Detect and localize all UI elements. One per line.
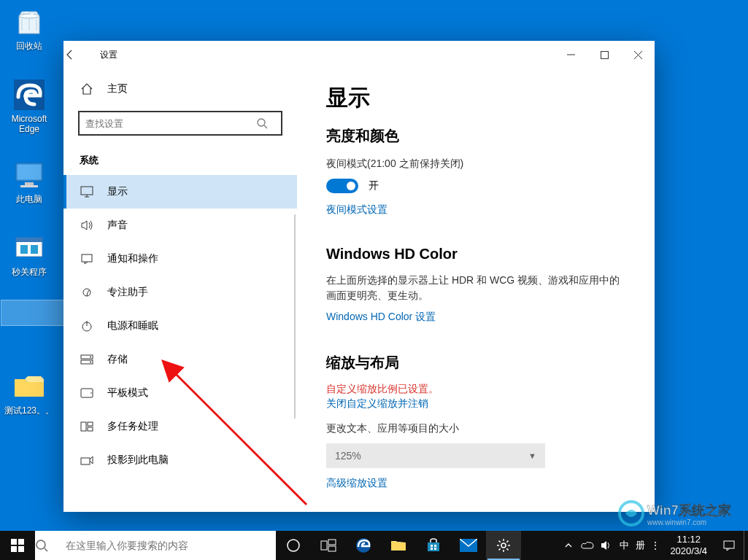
- start-button[interactable]: [0, 531, 35, 560]
- tray-volume-icon[interactable]: [597, 531, 616, 560]
- taskbar-search-input[interactable]: [63, 540, 276, 551]
- svg-rect-54: [431, 545, 433, 547]
- night-mode-label: 夜间模式(21:00 之前保持关闭): [326, 156, 625, 171]
- minimize-button[interactable]: [554, 41, 587, 69]
- scale-value: 125%: [335, 450, 361, 462]
- tb-explorer[interactable]: [381, 531, 416, 560]
- home-icon: [80, 82, 94, 96]
- nav-sound[interactable]: 声音: [63, 209, 297, 242]
- clock-time: 11:12: [670, 534, 707, 545]
- watermark: Win7系统之家 www.winwin7.com: [618, 499, 742, 528]
- nav-power-label: 电源和睡眠: [107, 319, 158, 332]
- focus-icon: [80, 285, 94, 300]
- desktop-icon-recycle[interactable]: 回收站: [1, 4, 57, 51]
- desktop-icon-thispc[interactable]: 此电脑: [1, 158, 57, 204]
- maximize-button[interactable]: [587, 41, 621, 69]
- folder-label: 测试123。。: [3, 405, 55, 416]
- taskbar-search[interactable]: [35, 531, 276, 560]
- page-title: 显示: [326, 83, 625, 113]
- desktop-icon-app1[interactable]: 秒关程序: [1, 230, 57, 277]
- night-mode-link[interactable]: 夜间模式设置: [326, 203, 625, 217]
- svg-rect-16: [601, 51, 608, 58]
- nav-home-label: 主页: [107, 82, 128, 96]
- svg-rect-34: [81, 422, 86, 431]
- svg-rect-7: [16, 238, 42, 242]
- back-button[interactable]: [63, 48, 97, 61]
- section-hdcolor: Windows HD Color: [326, 246, 625, 262]
- tb-store[interactable]: [416, 531, 451, 560]
- nav-notify-label: 通知和操作: [107, 252, 158, 265]
- nav-notify[interactable]: 通知和操作: [63, 242, 297, 276]
- titlebar: 设置: [63, 41, 655, 69]
- svg-rect-42: [11, 539, 17, 545]
- edge-label: Microsoft Edge: [10, 114, 49, 135]
- svg-rect-55: [434, 545, 436, 547]
- scale-warning: 自定义缩放比例已设置。: [326, 383, 625, 396]
- storage-icon: [80, 352, 94, 367]
- search-icon: [256, 117, 281, 129]
- hdcolor-link[interactable]: Windows HD Color 设置: [326, 311, 625, 324]
- tray-ime1[interactable]: 中: [616, 531, 632, 560]
- nav-power[interactable]: 电源和睡眠: [63, 309, 297, 343]
- tb-mail[interactable]: [451, 531, 486, 560]
- close-button[interactable]: [621, 41, 655, 69]
- scale-label: 更改文本、应用等项目的大小: [326, 421, 625, 436]
- scale-advanced-link[interactable]: 高级缩放设置: [326, 477, 625, 490]
- tray-ime2[interactable]: 册: [632, 531, 648, 560]
- svg-rect-51: [328, 546, 336, 551]
- taskview-button[interactable]: [311, 531, 346, 560]
- scale-signout-link[interactable]: 关闭自定义缩放并注销: [326, 397, 625, 411]
- scale-dropdown[interactable]: 125% ▼: [326, 443, 545, 468]
- svg-rect-3: [18, 165, 41, 179]
- nav-multitask[interactable]: 多任务处理: [63, 410, 297, 443]
- hdcolor-desc: 在上面所选择的显示器上让 HDR 和 WCG 视频、游戏和应用中的画面更明亮、更…: [326, 273, 625, 303]
- tray-onedrive-icon[interactable]: [578, 531, 597, 560]
- svg-line-20: [264, 125, 267, 128]
- tablet-icon: [80, 386, 94, 400]
- svg-point-30: [90, 357, 91, 358]
- tb-edge[interactable]: [346, 531, 381, 560]
- content-area: 显示 亮度和颜色 夜间模式(21:00 之前保持关闭) 开 夜间模式设置 Win…: [297, 69, 655, 512]
- svg-point-48: [288, 540, 299, 551]
- svg-rect-9: [31, 245, 38, 254]
- nav-focus[interactable]: 专注助手: [63, 276, 297, 309]
- show-desktop-button[interactable]: [744, 531, 748, 560]
- chevron-down-icon: ▼: [528, 451, 536, 460]
- search-box[interactable]: [78, 111, 282, 136]
- cortana-button[interactable]: [276, 531, 311, 560]
- desktop-icon-edge[interactable]: Microsoft Edge: [1, 77, 57, 135]
- svg-rect-36: [88, 427, 93, 431]
- svg-rect-21: [81, 187, 93, 195]
- tray-clock[interactable]: 11:12 2020/3/4: [663, 531, 714, 560]
- svg-rect-37: [81, 458, 90, 464]
- svg-rect-50: [328, 540, 336, 545]
- nav-tablet-label: 平板模式: [107, 386, 148, 400]
- display-icon: [80, 184, 94, 199]
- tb-settings[interactable]: [486, 531, 521, 560]
- svg-rect-45: [18, 546, 24, 552]
- svg-rect-8: [20, 245, 28, 254]
- power-icon: [80, 319, 94, 333]
- night-mode-toggle[interactable]: [326, 179, 358, 193]
- nav-project[interactable]: 投影到此电脑: [63, 443, 297, 477]
- svg-rect-53: [428, 542, 439, 551]
- search-icon: [35, 539, 63, 552]
- recycle-label: 回收站: [15, 41, 44, 51]
- svg-rect-49: [321, 541, 327, 550]
- nav-home[interactable]: 主页: [63, 73, 297, 105]
- tray-notifications-icon[interactable]: [714, 531, 744, 560]
- nav-display[interactable]: 显示: [63, 175, 297, 209]
- svg-point-19: [258, 119, 265, 126]
- tray-ime-sep[interactable]: ⋮: [648, 531, 663, 560]
- search-input[interactable]: [80, 118, 256, 129]
- desktop-icon-folder[interactable]: 测试123。。: [1, 369, 57, 416]
- nav-project-label: 投影到此电脑: [107, 454, 169, 467]
- nav-tablet[interactable]: 平板模式: [63, 376, 297, 410]
- tray-chevron-icon[interactable]: [559, 531, 578, 560]
- nav-storage[interactable]: 存储: [63, 343, 297, 376]
- nav-sound-label: 声音: [107, 219, 128, 232]
- clock-date: 2020/3/4: [670, 545, 707, 557]
- svg-rect-24: [82, 254, 92, 262]
- nav-display-label: 显示: [107, 185, 128, 198]
- app1-label: 秒关程序: [10, 267, 48, 277]
